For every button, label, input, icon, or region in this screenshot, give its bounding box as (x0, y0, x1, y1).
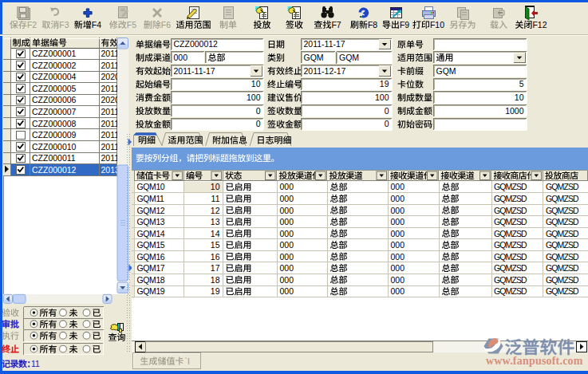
svg-text:GQMZSD: GQMZSD (494, 206, 527, 215)
svg-text:000: 000 (280, 240, 294, 250)
svg-text:5: 5 (519, 79, 524, 89)
svg-text:GQM: GQM (304, 53, 324, 62)
svg-text:0: 0 (385, 119, 389, 128)
svg-text:17: 17 (211, 263, 220, 273)
svg-text:11: 11 (31, 359, 40, 368)
svg-text:CZZ000006: CZZ000006 (32, 95, 77, 104)
svg-text:GQMZSD: GQMZSD (546, 182, 579, 191)
svg-text:CZZ000007: CZZ000007 (32, 107, 77, 116)
svg-text:F6: F6 (161, 20, 171, 30)
svg-text:000: 000 (391, 240, 405, 250)
svg-text:11: 11 (211, 194, 220, 203)
svg-text:GQMZSD: GQMZSD (546, 263, 579, 273)
svg-text:000: 000 (174, 53, 188, 62)
svg-text:2011: 2011 (101, 119, 120, 128)
svg-text:000: 000 (391, 286, 405, 296)
svg-text:0: 0 (256, 106, 261, 116)
svg-text:2011-11-17: 2011-11-17 (304, 39, 345, 49)
svg-text:F12: F12 (532, 20, 547, 30)
svg-text:2011-12-17: 2011-12-17 (304, 66, 346, 76)
svg-text:000: 000 (391, 206, 405, 215)
svg-text:www.fanpusoft.com: www.fanpusoft.com (486, 355, 583, 367)
svg-text:10: 10 (515, 93, 524, 102)
svg-text:10: 10 (251, 79, 261, 89)
svg-text:GQMZSD: GQMZSD (494, 182, 527, 191)
svg-text:CZZ000012: CZZ000012 (174, 39, 219, 49)
svg-text:GQMZSD: GQMZSD (546, 206, 579, 215)
svg-text:GQM: GQM (339, 53, 359, 62)
svg-text:GQMZSD: GQMZSD (494, 263, 527, 273)
svg-text:GQM13: GQM13 (137, 217, 165, 226)
svg-text:19: 19 (380, 79, 389, 89)
svg-text:000: 000 (391, 252, 405, 262)
svg-text:2011: 2011 (101, 130, 120, 140)
svg-text:GQM11: GQM11 (137, 194, 165, 203)
svg-text:000: 000 (391, 275, 405, 285)
svg-text:GQM16: GQM16 (137, 252, 165, 262)
svg-text:GQM: GQM (436, 66, 456, 76)
svg-text:CZZ000011: CZZ000011 (32, 153, 76, 163)
svg-text:GQM17: GQM17 (137, 263, 165, 273)
svg-text:000: 000 (391, 182, 405, 191)
svg-text:GQMZSD: GQMZSD (546, 275, 579, 285)
svg-text:000: 000 (391, 194, 405, 203)
svg-text:GQMZSD: GQMZSD (494, 275, 527, 285)
svg-text:100: 100 (375, 93, 389, 102)
svg-text:13: 13 (211, 217, 220, 226)
svg-text:000: 000 (280, 194, 294, 203)
svg-text:CZZ000009: CZZ000009 (32, 130, 77, 140)
svg-text:2013: 2013 (101, 165, 120, 175)
svg-text:GQMZSD: GQMZSD (546, 286, 579, 296)
svg-text:GQMZSD: GQMZSD (494, 194, 527, 203)
svg-text:1000: 1000 (505, 106, 524, 116)
svg-text:2011: 2011 (101, 142, 120, 152)
svg-text:F5: F5 (127, 20, 136, 30)
svg-text:CZZ000001: CZZ000001 (32, 49, 77, 58)
svg-text:F2: F2 (27, 20, 37, 30)
svg-text:GQMZSD: GQMZSD (494, 286, 527, 296)
svg-text:19: 19 (211, 286, 220, 296)
svg-text:GQMZSD: GQMZSD (546, 252, 579, 262)
svg-text:`I: `I (185, 356, 190, 366)
svg-text:2011: 2011 (101, 84, 120, 93)
svg-text:14: 14 (211, 229, 220, 238)
svg-text:18: 18 (211, 275, 220, 285)
svg-text:F8: F8 (368, 20, 377, 30)
svg-text:0: 0 (256, 119, 261, 128)
svg-text:CZZ000008: CZZ000008 (32, 119, 77, 128)
svg-text:2011-11-17: 2011-11-17 (174, 66, 215, 76)
svg-text:12: 12 (211, 206, 220, 215)
svg-text:000: 000 (391, 217, 405, 226)
svg-text:GQMZSD: GQMZSD (546, 240, 579, 250)
svg-text:000: 000 (391, 263, 405, 273)
svg-text:10: 10 (211, 182, 220, 191)
svg-text:GQMZSD: GQMZSD (494, 217, 527, 226)
svg-text:GQMZSD: GQMZSD (546, 194, 579, 203)
svg-text:GQM18: GQM18 (137, 275, 165, 285)
svg-text:CZZ000012: CZZ000012 (32, 165, 77, 175)
svg-text:000: 000 (280, 206, 294, 215)
svg-text:2011: 2011 (101, 107, 120, 116)
svg-text:000: 000 (280, 229, 294, 238)
svg-text:2020: 2020 (101, 95, 120, 104)
svg-text:GQMZSD: GQMZSD (494, 240, 527, 250)
svg-text:GQM12: GQM12 (137, 206, 165, 215)
svg-text:15: 15 (211, 240, 220, 250)
svg-text:GQM19: GQM19 (137, 286, 165, 296)
svg-text:000: 000 (280, 252, 294, 262)
svg-text:16: 16 (211, 252, 220, 262)
svg-text:GQM15: GQM15 (137, 240, 165, 250)
svg-text:000: 000 (280, 286, 294, 296)
svg-text:100: 100 (247, 93, 261, 102)
svg-text:GQMZSD: GQMZSD (494, 229, 527, 238)
svg-text:CZZ000005: CZZ000005 (32, 84, 77, 93)
svg-text:2011: 2011 (101, 61, 120, 70)
svg-text:000: 000 (280, 263, 294, 273)
svg-text:GQMZSD: GQMZSD (546, 217, 579, 226)
svg-text:GQMZSD: GQMZSD (494, 252, 527, 262)
svg-text:2020: 2020 (101, 72, 120, 81)
svg-text:2011: 2011 (101, 153, 120, 163)
svg-text:F9: F9 (400, 20, 409, 30)
svg-text:GQMZSD: GQMZSD (546, 229, 579, 238)
svg-text:0: 0 (385, 106, 389, 116)
